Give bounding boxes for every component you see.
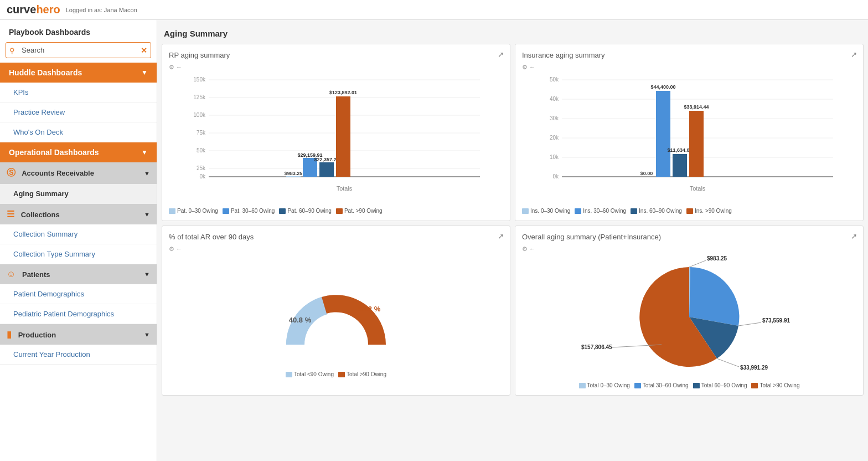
svg-text:$0.00: $0.00: [640, 171, 653, 176]
sidebar-item-collection-summary[interactable]: Collection Summary: [0, 224, 157, 244]
bar-chart-icon: ▮: [7, 330, 12, 339]
percent-expand-icon[interactable]: ➚: [498, 232, 504, 240]
sidebar-item-patient-demographics[interactable]: Patient Demographics: [0, 284, 157, 304]
list-icon: ☰: [7, 209, 14, 219]
svg-text:Totals: Totals: [690, 185, 706, 192]
svg-rect-41: [689, 111, 704, 177]
legend-dot-pat-30-60: [223, 208, 229, 214]
svg-text:$157,806.45: $157,806.45: [581, 344, 612, 350]
legend-dot-ins-30-60: [575, 208, 581, 214]
topbar: curvehero Logged in as: Jana Macon: [0, 0, 868, 20]
svg-text:$33,914.44: $33,914.44: [684, 104, 709, 110]
production-header[interactable]: ▮ Production ▼: [0, 324, 157, 345]
main-layout: Playbook Dashboards ⚲ ✕ Huddle Dashboard…: [0, 20, 868, 461]
sidebar-item-pediatric-patient-demographics[interactable]: Pediatric Patient Demographics: [0, 304, 157, 324]
svg-text:$73,559.91: $73,559.91: [762, 317, 790, 324]
svg-text:$11,634.00: $11,634.00: [667, 147, 692, 153]
huddle-dashboards-header[interactable]: Huddle Dashboards ▼: [0, 63, 157, 83]
svg-rect-14: [286, 176, 301, 177]
legend-dot-pat-60-90: [279, 208, 286, 214]
logo-curve: curve: [7, 3, 36, 16]
accounts-receivable-header[interactable]: Ⓢ Accounts Receivable ▼: [0, 162, 157, 184]
person-icon: ☺: [7, 269, 16, 279]
overall-chart-options[interactable]: ⚙ ←: [522, 245, 856, 253]
svg-text:$44,400.00: $44,400.00: [650, 84, 675, 90]
svg-line-52: [717, 358, 739, 367]
collections-chevron-icon: ▼: [144, 211, 150, 218]
rp-expand-icon[interactable]: ➚: [498, 50, 504, 59]
overall-pie-area: $983.25 $73,559.91 $33,991.29 $157,806.4…: [522, 256, 856, 378]
dollar-circle-icon: Ⓢ: [7, 168, 16, 177]
svg-text:50k: 50k: [550, 76, 559, 83]
svg-text:$983.25: $983.25: [707, 256, 727, 262]
rp-aging-chart-card: RP aging summary ➚ ⚙ ← 150k 125k 100k: [162, 44, 510, 221]
logged-in-label: Logged in as: Jana Macon: [66, 7, 137, 13]
legend-pat-60-90: Pat. 60–90 Owing: [279, 208, 332, 214]
svg-text:$123,892.01: $123,892.01: [329, 90, 357, 95]
logo-hero: hero: [36, 3, 60, 16]
overall-pie-svg: $983.25 $73,559.91 $33,991.29 $157,806.4…: [578, 256, 800, 378]
insurance-chart-legend: Ins. 0–30 Owing Ins. 30–60 Owing Ins. 60…: [522, 208, 856, 214]
sidebar-item-kpis[interactable]: KPIs: [0, 83, 157, 103]
legend-dot-ins-60-90: [631, 208, 637, 214]
huddle-chevron-icon: ▼: [141, 69, 148, 76]
accounts-receivable-label: Accounts Receivable: [22, 169, 94, 177]
search-icon: ⚲: [9, 46, 15, 54]
legend-total-lt90: Total <90 Owing: [286, 371, 334, 377]
overall-expand-icon[interactable]: ➚: [851, 232, 857, 240]
charts-grid: RP aging summary ➚ ⚙ ← 150k 125k 100k: [162, 44, 864, 396]
legend-pat-0-30: Pat. 0–30 Owing: [169, 208, 218, 214]
sidebar-item-collection-type-summary[interactable]: Collection Type Summary: [0, 244, 157, 264]
operational-dashboards-header[interactable]: Operational Dashboards ▼: [0, 142, 157, 162]
search-box: ⚲ ✕: [6, 42, 151, 58]
collections-header[interactable]: ☰ Collections ▼: [0, 204, 157, 224]
sidebar-item-aging-summary[interactable]: Aging Summary: [0, 184, 157, 204]
production-label: Production: [18, 331, 56, 339]
search-input[interactable]: [6, 42, 151, 58]
legend-dot-overall-30-60: [634, 383, 641, 388]
insurance-aging-chart-card: Insurance aging summary ➚ ⚙ ← 50k 40k 30…: [515, 44, 864, 221]
insurance-chart-options[interactable]: ⚙ ←: [522, 64, 856, 71]
page-title: Aging Summary: [162, 24, 864, 44]
ar-chevron-icon: ▼: [144, 170, 150, 177]
legend-overall-60-90: Total 60–90 Owing: [693, 382, 747, 388]
svg-text:150k: 150k: [193, 76, 206, 83]
svg-text:Totals: Totals: [337, 185, 353, 192]
svg-text:20k: 20k: [550, 135, 559, 141]
insurance-expand-icon[interactable]: ➚: [851, 50, 857, 59]
operational-chevron-icon: ▼: [141, 148, 148, 156]
legend-dot-overall-60-90: [693, 383, 700, 388]
legend-dot-overall-90plus: [751, 383, 758, 388]
svg-text:0k: 0k: [552, 173, 559, 180]
rp-chart-options[interactable]: ⚙ ←: [169, 64, 503, 71]
svg-text:$22,357.29: $22,357.29: [314, 157, 339, 162]
sidebar-item-current-year-production[interactable]: Current Year Production: [0, 345, 157, 365]
sidebar-item-whos-on-deck[interactable]: Who's On Deck: [0, 122, 157, 142]
legend-ins-90plus: Ins. >90 Owing: [686, 208, 732, 214]
svg-rect-18: [319, 162, 334, 177]
svg-text:75k: 75k: [197, 130, 206, 136]
legend-ins-0-30: Ins. 0–30 Owing: [522, 208, 570, 214]
percent-pie-area: 40.8 % 59.2 %: [169, 256, 503, 367]
insurance-chart-title: Insurance aging summary: [522, 51, 856, 59]
content-area: Aging Summary RP aging summary ➚ ⚙ ←: [157, 20, 868, 461]
insurance-bar-chart-svg: 50k 40k 30k 20k 10k 0k $0.00 $44,400.00 …: [522, 74, 856, 202]
legend-overall-0-30: Total 0–30 Owing: [579, 382, 630, 388]
svg-rect-37: [656, 91, 670, 177]
svg-rect-20: [336, 96, 350, 177]
legend-pat-90plus: Pat. >90 Owing: [336, 208, 383, 214]
svg-text:30k: 30k: [550, 115, 559, 121]
clear-search-icon[interactable]: ✕: [141, 46, 147, 55]
collections-label: Collections: [21, 211, 60, 219]
legend-dot-pat-90plus: [336, 208, 343, 214]
legend-total-gt90: Total >90 Owing: [338, 371, 386, 377]
patients-chevron-icon: ▼: [144, 271, 150, 278]
svg-rect-45: [281, 345, 402, 367]
sidebar-item-practice-review[interactable]: Practice Review: [0, 103, 157, 122]
legend-ins-60-90: Ins. 60–90 Owing: [631, 208, 682, 214]
patients-header[interactable]: ☺ Patients ▼: [0, 264, 157, 284]
percent-chart-options[interactable]: ⚙ ←: [169, 245, 503, 253]
svg-text:0k: 0k: [199, 173, 206, 180]
legend-dot-ins-90plus: [686, 208, 693, 214]
huddle-dashboards-label: Huddle Dashboards: [9, 68, 82, 77]
